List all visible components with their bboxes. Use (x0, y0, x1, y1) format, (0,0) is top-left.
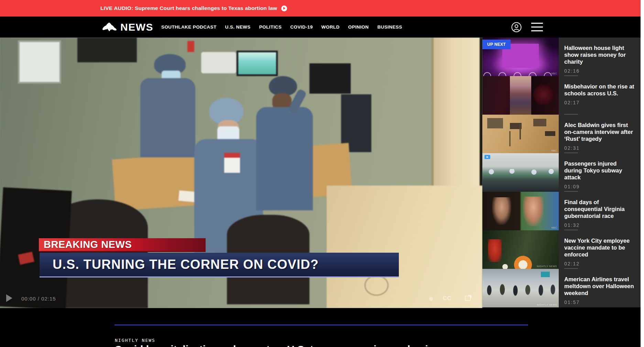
thumbnail-virginia-race[interactable]: NBC (482, 192, 559, 230)
alert-text: LIVE AUDIO: Supreme Court hears challeng… (100, 5, 277, 11)
volume-icon[interactable] (429, 297, 433, 301)
video-caption-text: U.S. TURNING THE CORNER ON COVID? (53, 257, 319, 272)
playlist-item-duration: 01:57 (564, 299, 636, 305)
profile-icon[interactable] (511, 22, 522, 33)
nav-item-covid19[interactable]: COVID-19 (290, 24, 313, 30)
closed-captions-button[interactable]: CC (443, 295, 451, 302)
playlist-item-duration: 02:12 (564, 261, 636, 266)
nav-item-world[interactable]: WORLD (321, 24, 340, 30)
nav-item-us-news[interactable]: U.S. NEWS (225, 24, 251, 30)
thumbnail-rust-movie-set[interactable]: NBC (482, 115, 559, 153)
video-headline[interactable]: Covid hospitalizations plummet as U.S. t… (114, 344, 434, 347)
playlist-item[interactable]: UP NEXT NBC Halloween house light show r… (482, 38, 641, 76)
thumbnail-airport-meltdown[interactable]: NIGHTLY NEWS (482, 269, 559, 307)
up-next-badge: UP NEXT (482, 40, 511, 49)
playlist-item[interactable]: NBC Alec Baldwin gives first on-camera i… (482, 115, 641, 153)
expand-icon[interactable] (465, 296, 471, 301)
nbc-watermark: NBC (552, 149, 557, 152)
playlist-item-duration: 01:09 (564, 184, 636, 189)
live-audio-alert-banner[interactable]: LIVE AUDIO: Supreme Court hears challeng… (0, 0, 641, 17)
nightly-news-watermark: NIGHTLY NEWS (537, 265, 557, 267)
nav-item-southlake-podcast[interactable]: SOUTHLAKE PODCAST (161, 24, 217, 30)
playlist-item-title[interactable]: Passengers injured during Tokyo subway a… (564, 160, 636, 181)
playlist-item-title[interactable]: New York City employee vaccine mandate t… (564, 237, 636, 258)
nav-menu: SOUTHLAKE PODCAST U.S. NEWS POLITICS COV… (161, 24, 402, 30)
main-video-player[interactable]: BREAKING NEWS U.S. TURNING THE CORNER ON… (0, 38, 482, 308)
breaking-news-label: BREAKING NEWS (44, 239, 132, 250)
thumbnail-halloween-house[interactable]: UP NEXT NBC (482, 38, 559, 76)
playlist-item-title[interactable]: Halloween house light show raises money … (564, 44, 636, 65)
nav-item-business[interactable]: BUSINESS (377, 24, 402, 30)
menu-hamburger-icon[interactable] (531, 23, 543, 31)
nav-item-opinion[interactable]: OPINION (348, 24, 369, 30)
video-time-display: 00:00 / 02:15 (21, 296, 56, 302)
playlist-item-title[interactable]: Alec Baldwin gives first on-camera inter… (564, 122, 636, 142)
breaking-news-banner: BREAKING NEWS (39, 238, 206, 252)
playlist-item-duration: 02:17 (564, 100, 636, 105)
main-nav: NEWS SOUTHLAKE PODCAST U.S. NEWS POLITIC… (0, 17, 641, 38)
playlist-item[interactable]: Misbehavior on the rise at schools acros… (482, 76, 641, 115)
playlist-item-duration: 02:16 (564, 68, 636, 74)
playlist-item-duration: 02:31 (564, 145, 636, 151)
playlist-item[interactable]: NIGHTLY NEWS American Airlines travel me… (482, 269, 641, 307)
arrow-circle-icon[interactable] (281, 6, 287, 11)
playlist-item[interactable]: NBC Final days of consequential Virginia… (482, 192, 641, 230)
nightly-news-watermark: NIGHTLY NEWS (537, 304, 557, 306)
peacock-icon (101, 22, 117, 32)
nbc-watermark: NBC (552, 72, 557, 75)
playlist-item-title[interactable]: American Airlines travel meltdown over H… (564, 276, 636, 296)
thumbnail-nyc-vaccine-mandate[interactable]: NIGHTLY NEWS (482, 230, 559, 269)
below-player-section: NIGHTLY NEWS Covid hospitalizations plum… (0, 308, 641, 347)
playlist-item-title[interactable]: Final days of consequential Virginia gub… (564, 199, 636, 219)
section-divider-line (114, 325, 528, 325)
video-caption-bar: U.S. TURNING THE CORNER ON COVID? (40, 253, 399, 277)
playlist-item[interactable]: NIGHTLY NEWS New York City employee vacc… (482, 230, 641, 269)
nav-item-politics[interactable]: POLITICS (259, 24, 282, 30)
video-playlist-sidebar: UP NEXT NBC Halloween house light show r… (482, 38, 641, 307)
play-button[interactable] (6, 294, 12, 302)
thumbnail-tokyo-subway[interactable] (482, 153, 559, 192)
brand-wordmark: NEWS (120, 21, 153, 33)
playlist-item[interactable]: Passengers injured during Tokyo subway a… (482, 153, 641, 192)
nbc-news-logo[interactable]: NEWS (101, 21, 153, 33)
playlist-item-duration: 01:32 (564, 222, 636, 228)
scrollbar-gutter[interactable] (641, 0, 644, 347)
playlist-item-title[interactable]: Misbehavior on the rise at schools acros… (564, 83, 636, 97)
thumbnail-school-misbehavior[interactable] (482, 76, 559, 115)
nightly-news-kicker[interactable]: NIGHTLY NEWS (115, 338, 155, 343)
nbc-watermark: NBC (552, 227, 557, 229)
